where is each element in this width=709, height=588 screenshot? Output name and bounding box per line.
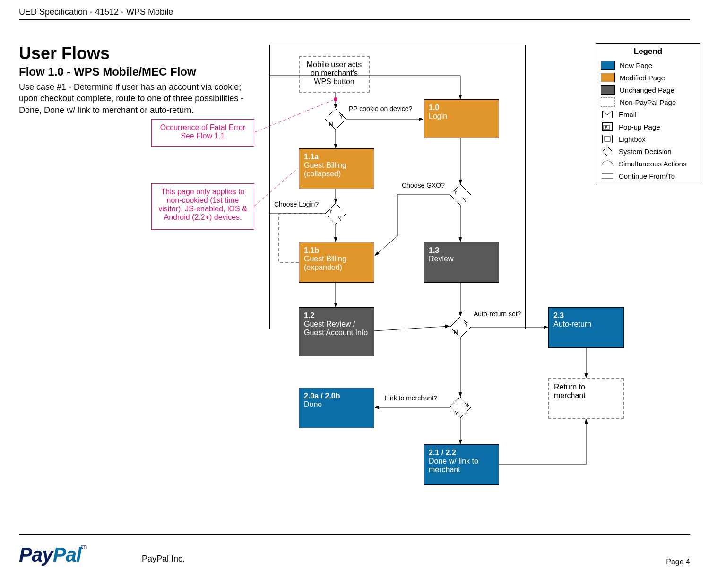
box-review: 1.3 Review [424,242,499,283]
box-gbexp-num: 1.1b [304,246,369,255]
box-donelink-num: 2.1 / 2.2 [429,449,494,457]
doc-header: UED Specification - 41512 - WPS Mobile [19,7,173,17]
decision-cookie: PP cookie on device? N Y [325,109,346,130]
logo-pay: Pay [19,544,53,566]
svg-rect-27 [605,137,610,141]
email-icon [601,110,614,119]
box-gbcol-label: Guest Billing (collapsed) [304,161,346,178]
decision-link-merchant: Link to merchant? N Y [450,397,471,418]
box-retmerch-label: Return to merchant [554,383,586,399]
legend-item-simultaneous: Simultaneous Actions [601,157,695,170]
legend-label-popup: Pop-up Page [619,123,660,131]
lightbox-icon [601,134,614,144]
legend: Legend New Page Modified Page Unchanged … [596,43,700,185]
decision-cookie-y: Y [339,113,343,120]
decision-cookie-label: PP cookie on device? [349,105,412,112]
paypal-logo: PayPaltm [19,544,86,566]
svg-text:P: P [605,125,607,130]
title-block: User Flows Flow 1.0 - WPS Mobile/MEC Flo… [19,43,246,116]
box-guest-review: 1.2 Guest Review / Guest Account Info [299,307,374,356]
popup-icon: P [601,122,614,131]
legend-item-new-page: New Page [601,59,695,71]
box-gbexp-label: Guest Billing (expanded) [304,255,346,271]
box-gbcol-num: 1.1a [304,153,369,161]
flow-subtitle: Flow 1.0 - WPS Mobile/MEC Flow [19,65,246,78]
box-done: 2.0a / 2.0b Done [299,388,374,428]
box-start: Mobile user acts on merchant's WPS butto… [299,56,370,93]
box-guest-billing-expanded: 1.1b Guest Billing (expanded) [299,242,374,283]
note-fatal-error: Occurrence of Fatal Error See Flow 1.1 [151,119,254,147]
rule-top [19,19,690,20]
box-autoret-num: 2.3 [553,311,619,320]
rule-bottom [19,534,690,535]
svg-marker-28 [603,147,612,156]
logo-pal: Pal [53,544,81,566]
decision-linkmerch-label: Link to merchant? [385,394,437,402]
decision-auto-return: Auto-return set? Y N [450,317,471,337]
legend-item-popup: PPop-up Page [601,121,695,133]
box-done-num: 2.0a / 2.0b [304,392,369,400]
box-done-label: Done [304,400,322,408]
decision-autoset-n: N [454,329,458,336]
box-login-num: 1.0 [429,104,494,112]
decision-chlogin-label: Choose Login? [274,200,319,208]
decision-cookie-n: N [329,121,333,128]
decision-choose-gxo: Choose GXO? Y N [450,184,471,205]
decision-chgxo-n: N [462,197,467,203]
decision-chgxo-y: Y [454,189,458,196]
box-review-label: Review [429,255,453,263]
legend-label-new-page: New Page [620,61,652,69]
legend-item-unchanged-page: Unchanged Page [601,84,695,96]
box-review-num: 1.3 [429,246,494,255]
legend-item-modified-page: Modified Page [601,71,695,84]
legend-label-modified-page: Modified Page [620,74,665,82]
legend-label-unchanged-page: Unchanged Page [620,86,674,94]
footer-page-number: Page 4 [666,558,690,566]
svg-marker-1 [325,203,346,224]
legend-label-continue: Continue From/To [619,172,675,180]
semicircle-icon [601,159,614,168]
note-applies: This page only applies to non-cookied (1… [151,183,254,230]
legend-item-nonpaypal-page: Non-PayPal Page [601,96,695,108]
page-title: User Flows [19,43,246,63]
decision-linkmerch-n: N [464,402,468,408]
box-auto-return: 2.3 Auto-return [548,307,624,348]
legend-label-simultaneous: Simultaneous Actions [619,160,686,168]
decision-autoset-label: Auto-return set? [474,310,521,318]
box-start-label: Mobile user acts on merchant's WPS butto… [307,61,362,86]
legend-label-lightbox: Lightbox [619,135,646,143]
logo-tm: tm [81,544,86,550]
decision-chlogin-n: N [337,216,342,222]
decision-autoset-y: Y [464,321,468,328]
legend-item-email: Email [601,108,695,121]
legend-item-system-decision: System Decision [601,145,695,157]
decision-choose-login: Choose Login? Y N [325,203,346,224]
box-done-link: 2.1 / 2.2 Done w/ link to merchant [424,444,499,485]
decision-linkmerch-y: Y [455,410,458,417]
box-return-merchant: Return to merchant [548,378,624,419]
legend-item-lightbox: Lightbox [601,133,695,145]
box-login-label: Login [429,112,447,120]
box-donelink-label: Done w/ link to merchant [429,457,478,474]
decision-chlogin-y: Y [329,208,333,215]
legend-label-system-decision: System Decision [619,147,672,156]
box-login: 1.0 Login [424,99,499,138]
diamond-icon [601,147,614,156]
continue-icon [601,171,614,181]
box-guest-billing-collapsed: 1.1a Guest Billing (collapsed) [299,148,374,189]
flow-description: Use case #1 - Determine if user has an a… [19,81,246,116]
legend-label-email: Email [619,111,637,119]
footer-company: PayPal Inc. [142,554,185,564]
box-greview-label: Guest Review / Guest Account Info [304,320,368,337]
box-autoret-label: Auto-return [553,320,591,328]
legend-item-continue: Continue From/To [601,170,695,182]
legend-label-nonpaypal-page: Non-PayPal Page [620,98,676,106]
box-greview-num: 1.2 [304,311,369,320]
legend-title: Legend [601,47,695,56]
decision-chgxo-label: Choose GXO? [402,182,445,189]
svg-marker-2 [450,184,471,205]
